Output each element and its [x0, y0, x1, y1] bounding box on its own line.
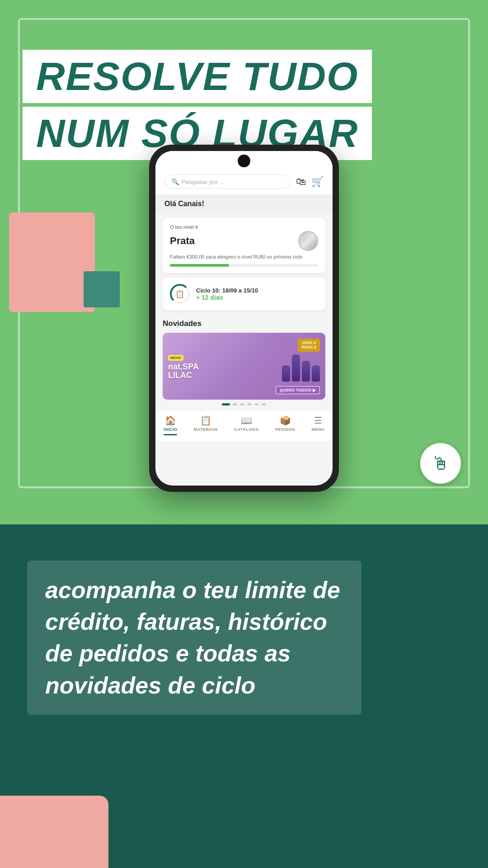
nav-item-menu[interactable]: ☰ MENU [311, 415, 324, 435]
bottom-navigation: 🏠 INÍCIO 📋 MATERIAIS 📖 CATÁLOGO 📦 [155, 410, 333, 441]
pedidos-icon: 📦 [280, 415, 291, 426]
phone-screen: 🔍 Pesquisar por ... 🛍 🛒 Olá Canais! [155, 151, 333, 486]
banner-brand: nat,SPA LILAC [168, 363, 242, 381]
level-card: O teu nível é Prata Faltam €300,00 para … [163, 218, 325, 273]
catalogo-icon: 📖 [241, 415, 252, 426]
cycle-card: 📋 Ciclo 10: 18/09 a 15/10 + 12 dias [163, 278, 325, 310]
top-section: RESOLVE TUDO NUM SÓ LUGAR 🔍 Pesquisar po… [0, 0, 488, 524]
bottom-section: acompanha o teu limite de crédito, fatur… [0, 524, 488, 868]
novidades-title: Novidades [163, 319, 325, 328]
banner-right: LEVA 3PAGA 2 QUERO TODOS! ▶ [246, 339, 320, 395]
phone-mockup: 🔍 Pesquisar por ... 🛍 🛒 Olá Canais! [149, 145, 339, 492]
materiais-icon: 📋 [200, 415, 211, 426]
level-row: Prata [170, 231, 318, 251]
screen-body: Olá Canais! O teu nível é Prata Faltam €… [155, 194, 333, 410]
cycle-circle: 📋 [170, 284, 190, 304]
nav-label-materiais: MATERIAIS [194, 427, 218, 432]
bottle-1 [282, 365, 290, 382]
level-name: Prata [170, 235, 195, 247]
cycle-title: Ciclo 10: 18/09 a 15/10 [196, 287, 258, 294]
banner-content: NOVO nat,SPA LILAC LEVA 3PAGA 2 [163, 333, 325, 400]
bottle-3 [302, 361, 310, 382]
nav-underline-inicio [164, 434, 177, 435]
level-label: O teu nível é [170, 224, 318, 230]
progress-bar-fill [170, 264, 229, 267]
dot-2[interactable] [233, 403, 237, 406]
banner-card[interactable]: NOVO nat,SPA LILAC LEVA 3PAGA 2 [163, 333, 325, 400]
dot-5[interactable] [254, 403, 259, 406]
leva-badge: LEVA 3PAGA 2 [298, 339, 320, 352]
cycle-days: + 12 dias [196, 294, 258, 301]
teal-rectangle-decoration [84, 271, 120, 307]
bottom-text-block: acompanha o teu limite de crédito, fatur… [27, 561, 361, 715]
nav-label-inicio: INÍCIO [164, 427, 178, 432]
pink-bottom-decoration [0, 796, 108, 868]
bottom-text: acompanha o teu limite de crédito, fatur… [45, 577, 340, 698]
cycle-icon: 📋 [170, 284, 190, 304]
dot-6[interactable] [262, 403, 266, 406]
cycle-info: Ciclo 10: 18/09 a 15/10 + 12 dias [196, 287, 258, 301]
nav-item-materiais[interactable]: 📋 MATERIAIS [194, 415, 218, 435]
headline-block: RESOLVE TUDO NUM SÓ LUGAR [23, 50, 372, 160]
nav-item-catalogo[interactable]: 📖 CATÁLOGO [234, 415, 259, 435]
menu-icon: ☰ [314, 415, 322, 426]
product-bottles [282, 354, 320, 382]
banner-left: NOVO nat,SPA LILAC [168, 353, 242, 381]
progress-bar-background [170, 264, 318, 267]
cart-icon[interactable]: 🛒 [311, 176, 324, 188]
cursor-icon: 🖱 [432, 453, 450, 474]
level-description: Faltam €300,00 para atingires o nível RU… [170, 254, 318, 260]
carousel-dots [163, 400, 325, 407]
calendar-icon: 📋 [175, 290, 184, 298]
cursor-button[interactable]: 🖱 [420, 443, 461, 484]
banner-brand-line1: nat,SPA [168, 363, 242, 372]
nav-label-menu: MENU [311, 427, 324, 432]
level-badge-circle [298, 231, 318, 251]
search-placeholder-text: Pesquisar por ... [182, 179, 225, 185]
novidades-section: Novidades NOVO nat,SPA LILAC [155, 315, 333, 410]
search-icon: 🔍 [171, 178, 179, 185]
phone-outer-frame: 🔍 Pesquisar por ... 🛍 🛒 Olá Canais! [149, 145, 339, 492]
pink-rectangle-decoration [9, 212, 95, 312]
nav-item-inicio[interactable]: 🏠 INÍCIO [164, 415, 178, 435]
search-box[interactable]: 🔍 Pesquisar por ... [164, 175, 291, 189]
nav-label-catalogo: CATÁLOGO [234, 427, 259, 432]
headline-line1-bg: RESOLVE TUDO [23, 50, 372, 103]
dot-1[interactable] [222, 403, 230, 406]
home-icon: 🏠 [165, 415, 176, 426]
wishlist-icon[interactable]: 🛍 [296, 176, 306, 188]
headline-line1-text: RESOLVE TUDO [36, 54, 358, 99]
greeting-text: Olá Canais! [164, 200, 204, 208]
dot-4[interactable] [247, 403, 252, 406]
dot-3[interactable] [240, 403, 244, 406]
banner-brand-line2: LILAC [168, 371, 242, 380]
phone-camera-notch [238, 155, 250, 167]
nav-label-pedidos: PEDIDOS [275, 427, 295, 432]
greeting-bar: Olá Canais! [155, 194, 333, 213]
banner-tag: NOVO [168, 355, 183, 361]
quero-button[interactable]: QUERO TODOS! ▶ [276, 386, 320, 394]
header-icons: 🛍 🛒 [296, 176, 324, 188]
nav-item-pedidos[interactable]: 📦 PEDIDOS [275, 415, 295, 435]
bottle-2 [292, 354, 300, 382]
bottle-4 [312, 365, 320, 382]
